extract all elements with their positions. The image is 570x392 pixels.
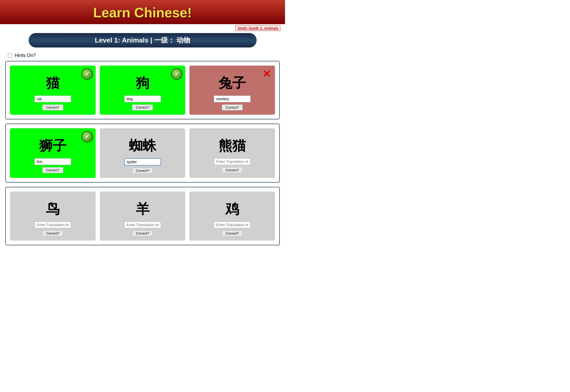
hints-checkbox[interactable]	[8, 54, 12, 58]
translation-input[interactable]	[214, 158, 251, 165]
hints-row: Hints On?	[0, 50, 285, 61]
main-content: 猫Correct?狗Correct?兔子Correct?狮子Correct?蜘蛛…	[0, 61, 285, 255]
correct-button[interactable]: Correct?	[132, 168, 153, 174]
row-0: 猫Correct?狗Correct?兔子Correct?	[5, 61, 280, 119]
correct-button[interactable]: Correct?	[222, 104, 243, 110]
card-1-2: 熊猫Correct?	[189, 128, 275, 178]
row-1: 狮子Correct?蜘蛛Correct?熊猫Correct?	[5, 124, 280, 183]
card-char: 猫	[46, 74, 60, 92]
study-guide-container: Study Guide 1: Animals	[0, 24, 285, 32]
card-1-1: 蜘蛛Correct?	[100, 128, 185, 178]
app-title: Learn Chinese!	[93, 5, 192, 20]
check-icon	[81, 131, 93, 142]
correct-button[interactable]: Correct?	[222, 230, 243, 236]
card-0-0: 猫Correct?	[10, 66, 96, 115]
correct-button[interactable]: Correct?	[132, 104, 153, 110]
card-2-2: 鸡Correct?	[189, 192, 275, 241]
correct-button[interactable]: Correct?	[42, 230, 63, 236]
translation-input[interactable]	[124, 96, 161, 102]
card-char: 狗	[136, 74, 149, 92]
header: Learn Chinese!	[0, 0, 285, 24]
check-icon	[81, 68, 93, 80]
card-0-1: 狗Correct?	[100, 66, 185, 115]
translation-input[interactable]	[124, 221, 161, 228]
card-char: 狮子	[39, 137, 66, 155]
card-2-0: 鸟Correct?	[10, 192, 96, 241]
correct-button[interactable]: Correct?	[132, 230, 153, 236]
x-icon	[261, 68, 272, 80]
level-banner-container: Level 1: Animals | 一级： 动物	[0, 32, 285, 50]
translation-input[interactable]	[34, 221, 71, 228]
translation-input[interactable]	[214, 221, 251, 228]
card-char: 羊	[136, 200, 149, 218]
correct-button[interactable]: Correct?	[42, 104, 63, 110]
row-2: 鸟Correct?羊Correct?鸡Correct?	[5, 187, 280, 245]
card-1-0: 狮子Correct?	[10, 128, 96, 178]
card-char: 兔子	[219, 74, 246, 92]
translation-input[interactable]	[124, 158, 161, 166]
study-guide-link[interactable]: Study Guide 1: Animals	[235, 25, 280, 31]
card-char: 鸟	[46, 200, 60, 218]
check-icon	[171, 68, 183, 80]
translation-input[interactable]	[34, 158, 71, 165]
level-banner: Level 1: Animals | 一级： 动物	[29, 33, 257, 47]
correct-button[interactable]: Correct?	[222, 167, 243, 173]
hints-label: Hints On?	[15, 53, 36, 58]
card-2-1: 羊Correct?	[100, 192, 185, 241]
card-char: 蜘蛛	[129, 137, 156, 155]
card-char: 熊猫	[219, 137, 246, 155]
card-char: 鸡	[225, 200, 239, 218]
translation-input[interactable]	[214, 96, 251, 102]
card-0-2: 兔子Correct?	[189, 66, 275, 115]
translation-input[interactable]	[34, 96, 71, 102]
correct-button[interactable]: Correct?	[42, 167, 63, 173]
